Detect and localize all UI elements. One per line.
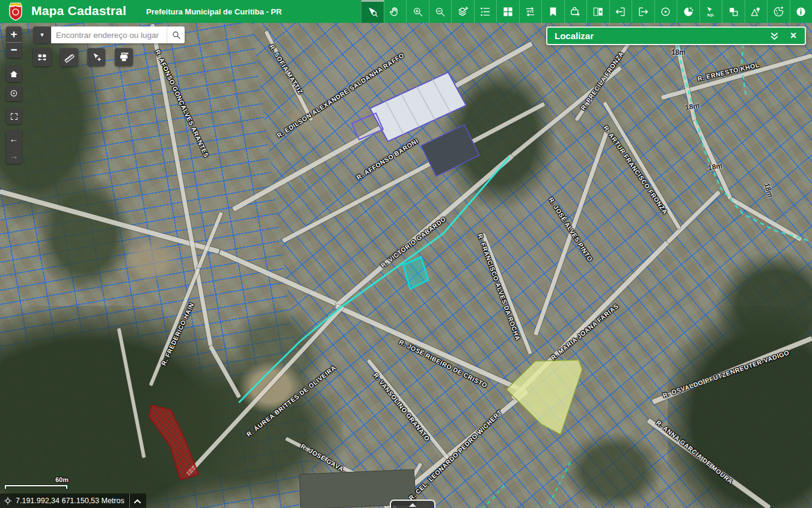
add-data-icon: [570, 6, 581, 17]
header-tool-zoom-in[interactable]: [406, 0, 429, 23]
legend-icon: [479, 6, 491, 17]
search-icon: [171, 30, 181, 40]
zoom-out-icon: [434, 6, 446, 17]
close-icon: ×: [790, 29, 797, 42]
analysis-icon: [683, 6, 694, 17]
page-title: Mapa Cadastral: [31, 4, 126, 18]
search-input[interactable]: [51, 26, 167, 43]
extent-navigation: ← →: [6, 130, 22, 164]
basemap-toggle-icon: [37, 52, 48, 63]
zoom-out-button[interactable]: −: [6, 43, 22, 58]
page-subtitle: Prefeitura Municipal de Curitiba - PR: [146, 7, 281, 16]
dropdown-arrow-icon: ▼: [40, 32, 45, 38]
chevron-up-icon: [409, 503, 416, 507]
localizar-panel-title: Localizar: [555, 31, 766, 41]
panel-close-button[interactable]: ×: [786, 30, 801, 42]
import-icon: [615, 6, 626, 17]
info-icon: [795, 6, 807, 17]
sql-query-icon: SQL: [705, 6, 716, 17]
app-header: Mapa Cadastral Prefeitura Municipal de C…: [0, 0, 812, 23]
search-source-dropdown[interactable]: ▼: [33, 26, 51, 43]
basemap-toggle-button[interactable]: [33, 48, 51, 66]
header-tool-bookmarks[interactable]: [541, 0, 564, 23]
chevron-up-icon: [134, 498, 141, 504]
coordinate-statusbar: 7.191.992,34 671.150,53 Metros: [0, 494, 146, 508]
search-button[interactable]: [167, 26, 185, 43]
printer-icon: [118, 52, 129, 63]
basemap-gallery-icon: [502, 6, 514, 17]
header-tool-export[interactable]: [632, 0, 654, 23]
header-tool-add-data[interactable]: [564, 0, 587, 23]
measure-button[interactable]: [60, 48, 78, 66]
header-tool-identify[interactable]: [361, 0, 384, 23]
search-widget: ▼: [33, 26, 185, 43]
locate-icon: [9, 88, 19, 98]
previous-extent-button[interactable]: ←: [6, 130, 22, 147]
print-button[interactable]: [115, 48, 133, 66]
header-tool-draw[interactable]: [767, 0, 790, 23]
xyz-coordinates-icon: XYZ: [524, 6, 536, 17]
toggle-panel-icon: [592, 6, 604, 17]
header-tool-info[interactable]: [790, 0, 812, 23]
fullscreen-button[interactable]: [6, 108, 22, 124]
draw-icon: [773, 6, 784, 17]
header-tool-center-point[interactable]: [654, 0, 677, 23]
header-tool-legend[interactable]: [474, 0, 497, 23]
map-canvas[interactable]: [0, 23, 812, 508]
export-icon: [638, 6, 649, 17]
ruler-icon: [64, 52, 75, 63]
localizar-panel-header[interactable]: Localizar ×: [546, 26, 806, 45]
scale-label: 60m: [55, 476, 69, 483]
header-tool-xyz-coordinates[interactable]: XYZ: [519, 0, 542, 23]
svg-text:SQL: SQL: [707, 13, 715, 17]
pan-icon: [389, 6, 401, 17]
header-tool-zoom-out[interactable]: [429, 0, 452, 23]
crosshair-icon[interactable]: [4, 497, 12, 505]
fullscreen-icon: [10, 112, 19, 121]
zoom-in-icon: [412, 6, 423, 17]
header-tool-add-layers[interactable]: [451, 0, 474, 23]
chevrons-down-icon: [770, 32, 779, 40]
statusbar-expand-button[interactable]: [129, 494, 145, 508]
home-extent-button[interactable]: [6, 66, 22, 82]
header-tool-swipe[interactable]: [722, 0, 745, 23]
center-point-icon: [660, 6, 671, 17]
curitiba-logo: [6, 2, 25, 21]
header-tool-toggle-panel[interactable]: [586, 0, 609, 23]
coordinates-readout: 7.191.992,34 671.150,53 Metros: [16, 497, 129, 505]
attribute-panel-tab[interactable]: [390, 500, 435, 508]
my-location-button[interactable]: [6, 85, 22, 101]
locate-address-icon: [750, 6, 761, 17]
header-tool-analysis[interactable]: [677, 0, 700, 23]
header-tool-sql-query[interactable]: SQL: [700, 0, 722, 23]
header-tool-locate-address[interactable]: [745, 0, 767, 23]
zoom-in-button[interactable]: +: [6, 26, 22, 43]
header-tool-basemap-gallery[interactable]: [496, 0, 519, 23]
next-extent-button[interactable]: →: [6, 147, 22, 164]
home-icon: [9, 69, 19, 79]
panel-collapse-button[interactable]: [766, 30, 782, 42]
identify-icon: [367, 6, 378, 17]
select-features-button[interactable]: [87, 48, 105, 66]
svg-text:XYZ: XYZ: [527, 10, 534, 13]
swipe-icon: [728, 6, 739, 17]
header-tool-import[interactable]: [609, 0, 632, 23]
bookmarks-icon: [547, 6, 559, 17]
add-layers-icon: [457, 6, 469, 17]
zoom-control: + −: [6, 26, 22, 58]
header-toolbar: XYZSQL: [361, 0, 812, 23]
scale-bar: [5, 485, 67, 489]
select-plus-icon: [91, 52, 102, 63]
header-tool-pan[interactable]: [384, 0, 407, 23]
